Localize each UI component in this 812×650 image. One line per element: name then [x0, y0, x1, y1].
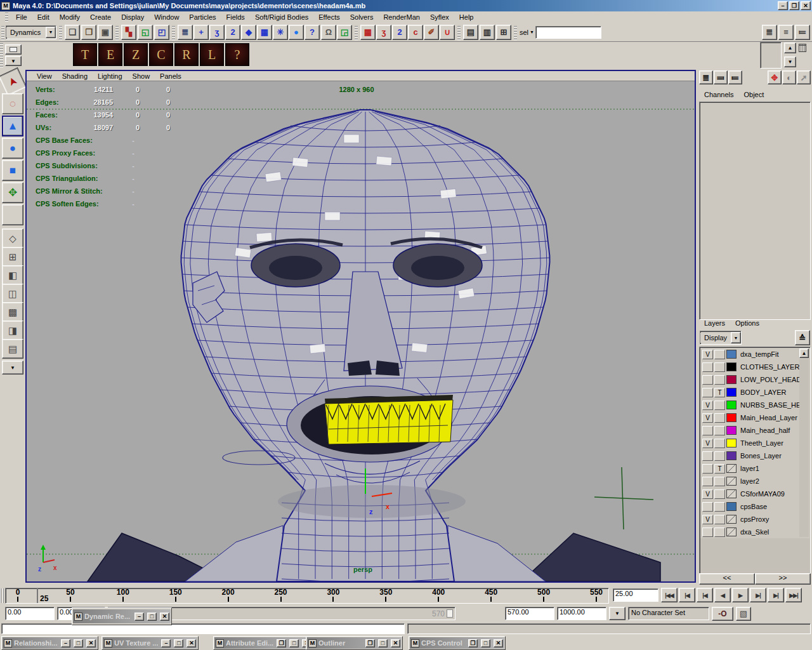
layer-name[interactable]: Bones_Layer — [738, 452, 782, 460]
layer-mode-selector[interactable]: Display ▼ — [700, 331, 742, 345]
trash-icon[interactable] — [799, 44, 806, 52]
channelbox-layout-2-icon[interactable]: ≕ — [714, 70, 728, 84]
panel-menu-item[interactable]: Shading — [57, 72, 93, 81]
axis-manipulator-icon[interactable]: ✥ — [768, 70, 782, 84]
layout-shortcut-menu-button[interactable]: ▼ — [2, 361, 23, 375]
layer-type-toggle[interactable] — [714, 375, 725, 385]
shelf-menu-button[interactable]: ▼ — [5, 56, 22, 66]
animation-start-field[interactable]: 0.00 — [5, 607, 55, 620]
menu-item[interactable]: File — [11, 13, 32, 22]
layer-type-toggle[interactable] — [714, 502, 725, 512]
snap-align-icon[interactable]: ≣ — [178, 25, 193, 40]
character-set-field[interactable]: No Character Set — [628, 607, 709, 620]
minimized-window-attribute-edi-[interactable]: MAttribute Edi...❐□✕ — [213, 636, 310, 650]
maximize-button[interactable]: □ — [378, 639, 388, 647]
help-mode-icon[interactable]: ? — [304, 25, 320, 40]
layout-single-pane-icon[interactable]: ◇ — [2, 229, 23, 248]
layer-visibility-toggle[interactable] — [702, 464, 713, 474]
layer-scroll-up-button[interactable]: ▲ — [799, 348, 809, 358]
shelf-button[interactable]: C — [149, 43, 173, 66]
lasso-tool-icon[interactable]: ◌ — [2, 93, 23, 114]
minimize-button[interactable]: – — [778, 1, 788, 10]
layer-visibility-toggle[interactable] — [702, 502, 713, 512]
layout-outliner-persp-icon[interactable]: ◧ — [2, 265, 23, 285]
rotate-manipulator-icon[interactable]: ◐ — [782, 70, 796, 84]
layer-color-swatch[interactable] — [726, 451, 737, 460]
quick-select-input[interactable] — [535, 26, 601, 39]
layer-name[interactable]: NURBS_BASE_HE. — [738, 401, 802, 409]
layer-row[interactable]: V cpsProxy — [700, 513, 809, 526]
restore-button[interactable]: – — [61, 639, 70, 647]
layer-name[interactable]: layer1 — [738, 465, 759, 472]
toolbar-separator[interactable] — [59, 25, 62, 40]
lock-icon[interactable]: Ω — [321, 25, 336, 40]
layer-visibility-toggle[interactable]: V — [702, 350, 713, 359]
c-dot-icon[interactable]: c — [408, 25, 423, 40]
layer-visibility-toggle[interactable]: V — [702, 515, 713, 524]
layer-name[interactable]: Main_Head_Layer — [738, 414, 797, 421]
layer-scrollbar[interactable] — [799, 359, 809, 537]
construction-history-icon[interactable]: ▦ — [360, 25, 376, 40]
menu-item[interactable]: Modify — [55, 13, 85, 22]
perspective-viewport[interactable]: ViewShadingLightingShowPanels xzzx 1280 … — [25, 70, 696, 583]
layer-pager-next-button[interactable]: >> — [755, 573, 811, 585]
render-current-frame-icon[interactable]: ▤ — [463, 25, 478, 40]
maximize-button[interactable]: □ — [174, 639, 183, 647]
layer-color-swatch[interactable] — [726, 413, 737, 422]
toolbar-separator[interactable] — [514, 25, 517, 40]
layout-hypergraph-icon[interactable]: ▩ — [2, 302, 23, 322]
menu-item[interactable]: Help — [454, 13, 479, 22]
layer-type-toggle[interactable] — [714, 401, 725, 410]
new-layer-icon[interactable]: ≙ — [795, 330, 810, 345]
channel-box-empty-area[interactable] — [699, 102, 811, 320]
layer-row[interactable]: T layer1 — [700, 462, 809, 475]
layer-row[interactable]: V dxa_tempFit — [700, 348, 809, 361]
minimized-window-cps-control[interactable]: MCPS Control❐□✕ — [409, 636, 506, 650]
channelbox-layout-3-icon[interactable]: ≔ — [728, 70, 742, 84]
layer-row[interactable]: V Main_Head_Layer — [700, 411, 809, 424]
toolbar-separator[interactable] — [172, 25, 175, 40]
two-curve-icon[interactable]: 2 — [392, 25, 407, 40]
viewport-canvas[interactable]: xzzx 1280 x 960 Verts: 14211 0 0 Edges: … — [27, 81, 695, 581]
arrow-manipulator-icon[interactable]: ➚ — [797, 70, 811, 84]
dynamic-relationships-window[interactable]: M Dynamic Re... – □ ✕ — [72, 607, 172, 625]
go-to-start-button[interactable]: |◀ — [679, 588, 695, 602]
shelf-button[interactable]: L — [200, 43, 224, 66]
step-forward-frame-button[interactable]: ▶| — [768, 588, 784, 602]
snap-sparkle-icon[interactable]: ✳ — [273, 25, 288, 40]
layer-type-toggle[interactable] — [714, 489, 725, 499]
layer-row[interactable]: layer2 — [700, 475, 809, 488]
channel-menu-item[interactable]: Channels — [699, 90, 738, 100]
layer-name[interactable]: Main_head_half — [738, 427, 790, 434]
layer-name[interactable]: BODY_LAYER — [738, 388, 787, 396]
layer-color-swatch[interactable] — [726, 477, 737, 486]
auto-key-icon[interactable]: ▧ — [736, 607, 751, 621]
layer-visibility-toggle[interactable]: V — [702, 439, 713, 448]
shelf-button[interactable]: Z — [124, 43, 148, 66]
layer-type-toggle[interactable] — [714, 515, 725, 524]
save-scene-icon[interactable]: ▣ — [98, 25, 113, 40]
shelf-scroll-up-button[interactable]: ▲ — [784, 43, 796, 53]
layer-color-swatch[interactable] — [726, 426, 737, 435]
toolbar-separator[interactable] — [355, 25, 358, 40]
layer-row[interactable]: cpsBase — [700, 500, 809, 513]
layer-type-toggle[interactable] — [714, 477, 725, 486]
minimize-button[interactable]: – — [134, 613, 144, 621]
ipr-render-icon[interactable]: ▥ — [480, 25, 495, 40]
command-line-input[interactable] — [1, 623, 405, 634]
layer-color-swatch[interactable] — [726, 502, 737, 511]
menu-item[interactable]: Fields — [221, 13, 250, 22]
close-button[interactable]: ✕ — [160, 613, 169, 621]
layer-menu-item[interactable]: Layers — [699, 319, 730, 329]
window-title-bar[interactable]: M Maya 4.0: D:\Documents and Settings\ju… — [0, 0, 812, 11]
go-to-end-button[interactable]: ▶▶| — [785, 588, 802, 602]
go-to-range-start-button[interactable]: |◀◀ — [661, 588, 678, 602]
make-live-icon[interactable]: ▦ — [257, 25, 272, 40]
maximize-button[interactable]: □ — [481, 639, 490, 647]
layer-row[interactable]: V Theeth_Layer — [700, 437, 809, 449]
range-bar-handle[interactable] — [447, 609, 453, 618]
panel-menu-item[interactable]: Panels — [155, 72, 187, 81]
menu-item[interactable]: Solvers — [345, 13, 379, 22]
shelf-button[interactable]: ? — [225, 43, 249, 66]
menu-item[interactable]: Edit — [32, 13, 55, 22]
